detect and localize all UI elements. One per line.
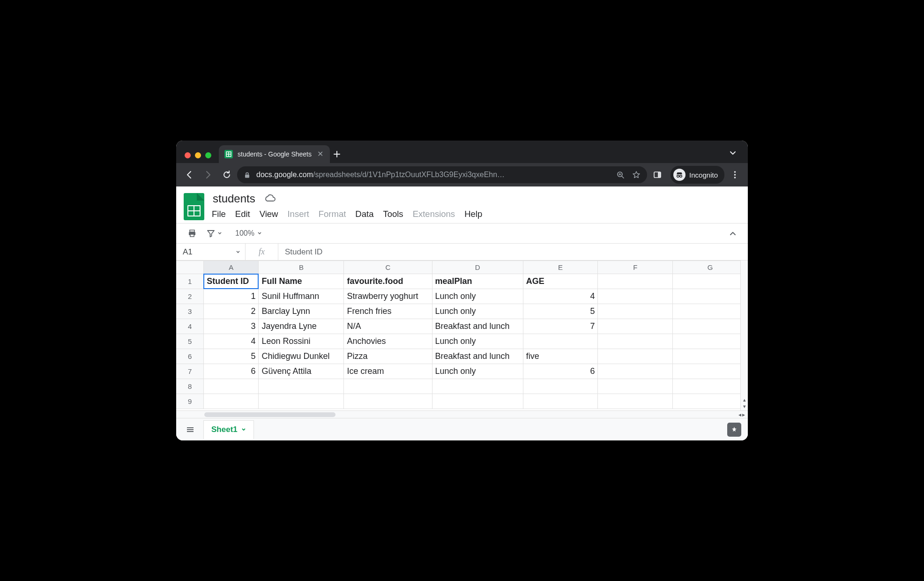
col-header-C[interactable]: C [344,261,432,274]
cell-E5[interactable] [523,334,598,349]
tabs-dropdown-button[interactable] [726,146,739,159]
cell-G4[interactable] [673,319,748,334]
cell-B1[interactable]: Full Name [259,274,344,289]
cell-G1[interactable] [673,274,748,289]
sheet-tab-active[interactable]: Sheet1 [203,420,254,439]
row-header[interactable]: 7 [176,364,204,379]
cell-A9[interactable] [204,394,259,409]
cell-G6[interactable] [673,349,748,364]
cell-B8[interactable] [259,379,344,394]
row-header[interactable]: 5 [176,334,204,349]
cell-E1[interactable]: AGE [523,274,598,289]
print-button[interactable] [185,227,200,240]
chevron-down-icon[interactable] [241,427,246,432]
col-header-A[interactable]: A [204,261,259,274]
menu-file[interactable]: File [212,209,226,219]
row-header[interactable]: 3 [176,304,204,319]
zoom-dropdown[interactable]: 100% [232,227,265,239]
tab-close-icon[interactable]: ✕ [316,149,324,159]
row-header[interactable]: 8 [176,379,204,394]
cell-C6[interactable]: Pizza [344,349,432,364]
cell-B5[interactable]: Leon Rossini [259,334,344,349]
cell-A3[interactable]: 2 [204,304,259,319]
cell-D3[interactable]: Lunch only [432,304,523,319]
name-box[interactable]: A1 [176,244,246,260]
cell-C4[interactable]: N/A [344,319,432,334]
bookmark-star-icon[interactable] [632,171,641,179]
cell-D7[interactable]: Lunch only [432,364,523,379]
cell-G5[interactable] [673,334,748,349]
browser-tab-active[interactable]: students - Google Sheets ✕ [219,145,330,163]
cell-E7[interactable]: 6 [523,364,598,379]
cell-D8[interactable] [432,379,523,394]
cell-F3[interactable] [598,304,673,319]
url-field[interactable]: docs.google.com/spreadsheets/d/1V1nPp1tz… [237,166,647,183]
row-header[interactable]: 4 [176,319,204,334]
scroll-left-icon[interactable]: ◂ [738,411,741,418]
scrollbar-thumb[interactable] [204,412,335,417]
window-close-button[interactable] [185,152,191,158]
cell-F1[interactable] [598,274,673,289]
row-header[interactable]: 2 [176,289,204,304]
col-header-F[interactable]: F [598,261,673,274]
cell-G3[interactable] [673,304,748,319]
collapse-toolbar-button[interactable] [726,228,739,239]
spreadsheet-grid[interactable]: A B C D E F G 1 Student ID Full Name fav… [176,261,748,410]
incognito-badge[interactable]: Incognito [671,166,724,184]
formula-input[interactable]: Student ID [278,244,748,260]
cell-F4[interactable] [598,319,673,334]
row-header[interactable]: 1 [176,274,204,289]
scroll-right-icon[interactable]: ▸ [742,411,745,418]
cell-A7[interactable]: 6 [204,364,259,379]
document-title[interactable]: students [211,191,257,206]
window-minimize-button[interactable] [195,152,201,158]
sheets-logo-icon[interactable] [184,193,204,220]
nav-reload-button[interactable] [218,166,235,183]
cell-B6[interactable]: Chidiegwu Dunkel [259,349,344,364]
cell-F8[interactable] [598,379,673,394]
menu-format[interactable]: Format [319,209,346,219]
cell-B2[interactable]: Sunil Huffmann [259,289,344,304]
cell-A4[interactable]: 3 [204,319,259,334]
cell-G2[interactable] [673,289,748,304]
window-maximize-button[interactable] [205,152,211,158]
menu-edit[interactable]: Edit [235,209,250,219]
cell-A1[interactable]: Student ID [204,274,259,289]
cell-E2[interactable]: 4 [523,289,598,304]
browser-menu-button[interactable] [726,166,743,183]
cell-F5[interactable] [598,334,673,349]
cell-D5[interactable]: Lunch only [432,334,523,349]
scroll-up-icon[interactable]: ▴ [743,397,746,403]
cell-C9[interactable] [344,394,432,409]
horizontal-scrollbar[interactable]: ◂ ▸ [176,410,748,418]
cell-A6[interactable]: 5 [204,349,259,364]
cell-G8[interactable] [673,379,748,394]
cloud-saved-icon[interactable] [264,194,276,203]
cell-B9[interactable] [259,394,344,409]
cell-E4[interactable]: 7 [523,319,598,334]
cell-G9[interactable] [673,394,748,409]
cell-D1[interactable]: mealPlan [432,274,523,289]
menu-extensions[interactable]: Extensions [413,209,455,219]
nav-back-button[interactable] [181,166,198,183]
select-all-corner[interactable] [176,261,204,274]
menu-data[interactable]: Data [355,209,373,219]
menu-help[interactable]: Help [464,209,482,219]
cell-C8[interactable] [344,379,432,394]
cell-G7[interactable] [673,364,748,379]
cell-A2[interactable]: 1 [204,289,259,304]
cell-B7[interactable]: Güvenç Attila [259,364,344,379]
cell-B3[interactable]: Barclay Lynn [259,304,344,319]
vertical-scrollbar[interactable]: ▴ ▾ [740,261,748,410]
menu-view[interactable]: View [260,209,278,219]
side-panel-button[interactable] [649,166,666,183]
new-tab-button[interactable] [330,147,344,161]
row-header[interactable]: 9 [176,394,204,409]
cell-D4[interactable]: Breakfast and lunch [432,319,523,334]
cell-C2[interactable]: Strawberry yoghurt [344,289,432,304]
cell-C5[interactable]: Anchovies [344,334,432,349]
col-header-E[interactable]: E [523,261,598,274]
cell-F2[interactable] [598,289,673,304]
zoom-indicator-icon[interactable] [617,171,625,179]
menu-tools[interactable]: Tools [383,209,403,219]
